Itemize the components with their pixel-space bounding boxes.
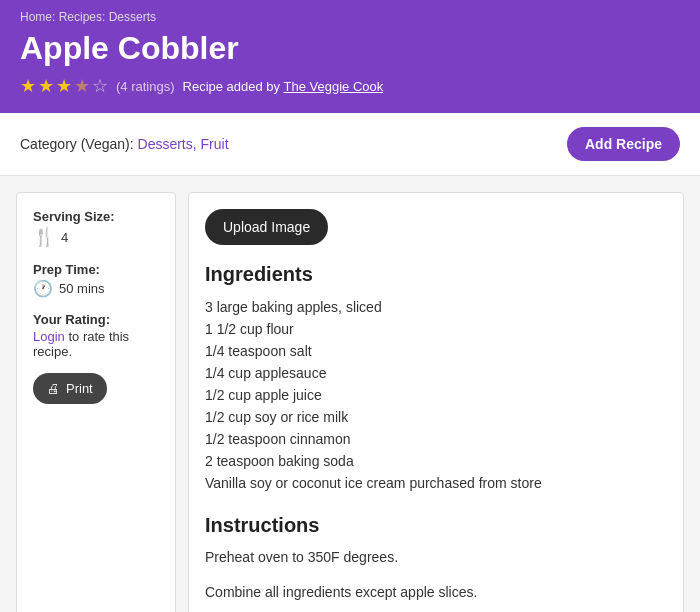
star-1: ★ [20, 75, 36, 97]
ingredient-item: 1/4 cup applesauce [205, 362, 667, 384]
print-button[interactable]: 🖨 Print [33, 373, 107, 404]
prep-time-value: 50 mins [59, 281, 105, 296]
your-rating-label: Your Rating: [33, 312, 159, 327]
upload-image-button[interactable]: Upload Image [205, 209, 328, 245]
recipe-author-link[interactable]: The Veggie Cook [284, 79, 384, 94]
star-4: ★ [74, 75, 90, 97]
instructions-section: Instructions Preheat oven to 350F degree… [205, 514, 667, 603]
category-text: Category (Vegan): Desserts, Fruit [20, 136, 229, 152]
instructions-title: Instructions [205, 514, 667, 537]
rating-count: (4 ratings) [116, 79, 175, 94]
ingredient-item: 1/2 teaspoon cinnamon [205, 428, 667, 450]
sidebar: Serving Size: 🍴 4 Prep Time: 🕐 50 mins Y… [16, 192, 176, 612]
add-recipe-button[interactable]: Add Recipe [567, 127, 680, 161]
breadcrumb: Home: Recipes: Desserts [20, 10, 680, 24]
ingredient-item: 1/2 cup soy or rice milk [205, 406, 667, 428]
clock-icon: 🕐 [33, 279, 53, 298]
login-link[interactable]: Login [33, 329, 65, 344]
ingredient-item: 1 1/2 cup flour [205, 318, 667, 340]
instruction-step: Preheat oven to 350F degrees. [205, 547, 667, 568]
ingredient-item: Vanilla soy or coconut ice cream purchas… [205, 472, 667, 494]
your-rating-section: Your Rating: Login to rate this recipe. [33, 312, 159, 359]
serving-size-value: 4 [61, 230, 68, 245]
star-3: ★ [56, 75, 72, 97]
recipe-area: Upload Image Ingredients 3 large baking … [188, 192, 684, 612]
star-5: ☆ [92, 75, 108, 97]
rating-row: ★ ★ ★ ★ ☆ (4 ratings) Recipe added by Th… [20, 75, 680, 97]
instruction-step: Combine all ingredients except apple sli… [205, 582, 667, 603]
ingredients-title: Ingredients [205, 263, 667, 286]
serving-size-section: Serving Size: 🍴 4 [33, 209, 159, 248]
print-icon: 🖨 [47, 381, 60, 396]
header: Home: Recipes: Desserts Apple Cobbler ★ … [0, 0, 700, 113]
prep-time-section: Prep Time: 🕐 50 mins [33, 262, 159, 298]
ingredient-item: 1/4 teaspoon salt [205, 340, 667, 362]
ingredient-item: 1/2 cup apple juice [205, 384, 667, 406]
serving-size-label: Serving Size: [33, 209, 159, 224]
prep-time-label: Prep Time: [33, 262, 159, 277]
ingredient-item: 2 teaspoon baking soda [205, 450, 667, 472]
ingredient-item: 3 large baking apples, sliced [205, 296, 667, 318]
star-rating: ★ ★ ★ ★ ☆ [20, 75, 108, 97]
category-links[interactable]: Desserts, Fruit [138, 136, 229, 152]
main-content: Serving Size: 🍴 4 Prep Time: 🕐 50 mins Y… [0, 176, 700, 612]
utensils-icon: 🍴 [33, 226, 55, 248]
ingredients-list: 3 large baking apples, sliced1 1/2 cup f… [205, 296, 667, 494]
star-2: ★ [38, 75, 54, 97]
recipe-added-text: Recipe added by The Veggie Cook [183, 79, 384, 94]
toolbar: Category (Vegan): Desserts, Fruit Add Re… [0, 113, 700, 176]
rating-login-text: Login to rate this recipe. [33, 329, 159, 359]
page-title: Apple Cobbler [20, 30, 680, 67]
